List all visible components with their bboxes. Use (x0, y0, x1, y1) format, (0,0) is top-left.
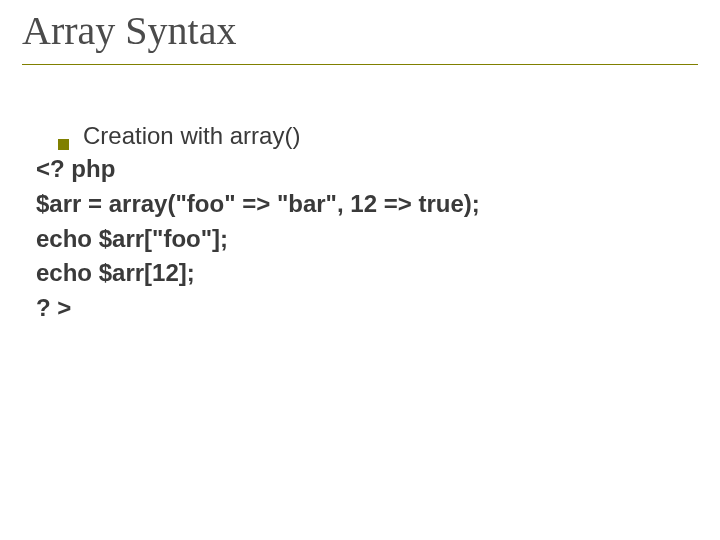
code-line: <? php (36, 155, 115, 182)
code-line: echo $arr["foo"]; (36, 225, 228, 252)
slide: Array Syntax Creation with array() <? ph… (0, 0, 720, 540)
square-bullet-icon (58, 139, 69, 150)
bullet-row: Creation with array() (36, 122, 676, 150)
title-wrap: Array Syntax (22, 8, 698, 65)
slide-body: Creation with array() <? php $arr = arra… (36, 122, 676, 326)
code-line: ? > (36, 294, 71, 321)
code-block: <? php $arr = array("foo" => "bar", 12 =… (36, 152, 676, 326)
code-line: echo $arr[12]; (36, 259, 195, 286)
code-line: $arr = array("foo" => "bar", 12 => true)… (36, 190, 480, 217)
slide-title: Array Syntax (22, 8, 698, 54)
bullet-text: Creation with array() (83, 122, 300, 150)
